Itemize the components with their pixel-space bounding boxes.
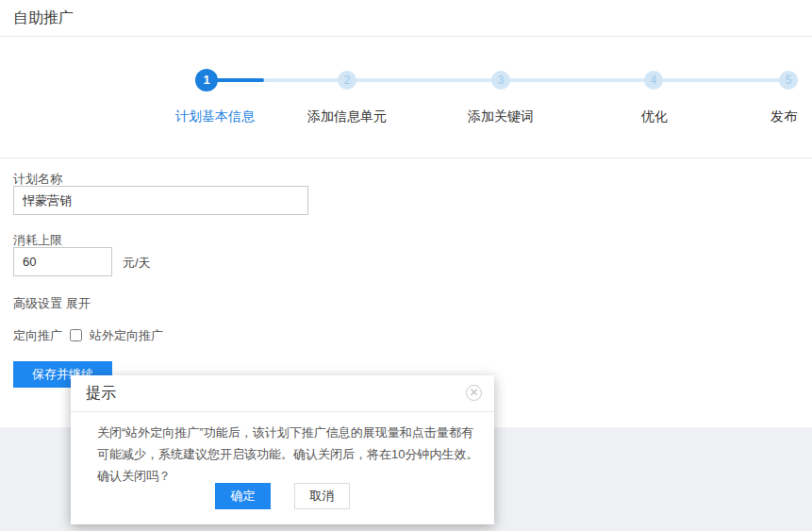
dialog-title: 提示 (86, 384, 116, 404)
step-label-add-unit: 添加信息单元 (307, 108, 387, 125)
dialog-message: 关闭“站外定向推广”功能后，该计划下推广信息的展现量和点击量都有可能减少，系统建… (97, 422, 479, 487)
step-circle-4: 4 (644, 71, 663, 90)
targeting-label: 定向推广 (13, 327, 62, 344)
step-label-publish: 发布 (771, 108, 797, 125)
advanced-settings-label: 高级设置 (13, 295, 62, 312)
step-circle-1: 1 (195, 69, 218, 91)
page-title: 自助推广 (13, 8, 74, 28)
dialog-button-row: 确定 取消 (71, 483, 494, 509)
step-circle-2: 2 (338, 71, 356, 90)
budget-input[interactable] (13, 247, 112, 276)
offsite-targeting-checkbox[interactable] (70, 329, 82, 341)
step-circle-5: 5 (779, 71, 798, 90)
dialog-header-divider (71, 411, 494, 412)
offsite-targeting-checkbox-label[interactable]: 站外定向推广 (90, 327, 163, 344)
cancel-button[interactable]: 取消 (294, 483, 350, 509)
step-label-plan-info: 计划基本信息 (175, 108, 255, 125)
advanced-settings-expand-link[interactable]: 展开 (66, 295, 91, 312)
confirm-button[interactable]: 确定 (215, 483, 271, 509)
step-label-add-keywords: 添加关键词 (468, 108, 534, 125)
budget-unit-label: 元/天 (123, 255, 151, 272)
content-divider (0, 158, 812, 158)
close-icon[interactable]: ✕ (466, 385, 482, 401)
plan-name-input[interactable] (13, 186, 308, 215)
step-circle-3: 3 (491, 71, 510, 90)
header-divider (0, 36, 812, 37)
step-label-optimize: 优化 (641, 108, 668, 125)
confirm-dialog: 提示 ✕ 关闭“站外定向推广”功能后，该计划下推广信息的展现量和点击量都有可能减… (71, 375, 494, 524)
